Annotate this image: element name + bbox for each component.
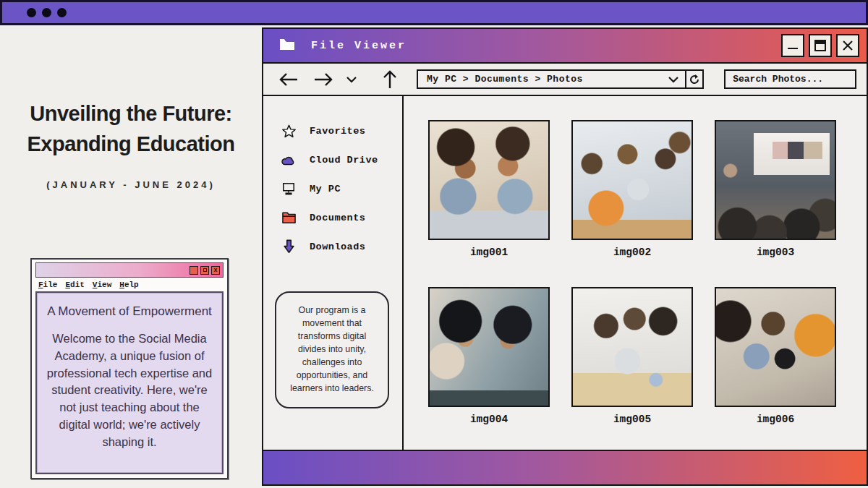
mini-window: x File Edit View Help A Movement of Empo… bbox=[30, 258, 229, 479]
file-grid: img001 img002 img003 img004 img005 img00… bbox=[404, 96, 867, 450]
maximize-icon[interactable] bbox=[809, 34, 832, 57]
photo-thumbnail[interactable] bbox=[715, 120, 836, 240]
page-title-line1: Unveiling the Future: bbox=[13, 98, 249, 129]
hero-section: Unveiling the Future: Expanding Educatio… bbox=[13, 98, 249, 190]
maximize-glyph bbox=[814, 40, 826, 51]
file-label: img001 bbox=[470, 247, 508, 258]
menu-item-view[interactable]: View bbox=[93, 281, 111, 289]
menu-item-file[interactable]: File bbox=[38, 281, 57, 289]
file-viewer-titlebar: File Viewer bbox=[263, 29, 867, 64]
address-bar[interactable]: My PC > Documents > Photos bbox=[417, 69, 686, 89]
minimize-icon[interactable] bbox=[190, 266, 198, 275]
sidebar-item-label: Documents bbox=[310, 213, 365, 223]
close-glyph: x bbox=[213, 267, 217, 273]
close-icon[interactable]: x bbox=[211, 266, 220, 275]
sidebar-item-my-pc[interactable]: My PC bbox=[281, 179, 402, 199]
file-tile-img001[interactable]: img001 bbox=[428, 120, 550, 258]
gradient-footer-bar bbox=[263, 450, 867, 484]
maximize-icon[interactable] bbox=[200, 266, 209, 275]
window-dot bbox=[57, 8, 67, 17]
page-title-line2: Expanding Education bbox=[13, 129, 249, 159]
file-label: img005 bbox=[613, 414, 651, 425]
window-title: File Viewer bbox=[311, 40, 407, 52]
file-viewer-body: Favorites Cloud Drive My PC Documents bbox=[263, 96, 867, 450]
mini-window-titlebar: x bbox=[35, 262, 224, 278]
photo-thumbnail[interactable] bbox=[428, 120, 550, 240]
page-subtitle: (JANUARY - JUNE 2024) bbox=[13, 179, 249, 190]
search-input[interactable] bbox=[726, 71, 855, 87]
file-tile-img003[interactable]: img003 bbox=[715, 120, 836, 258]
mini-window-menubar: File Edit View Help bbox=[35, 278, 224, 291]
close-icon[interactable] bbox=[836, 34, 859, 57]
file-label: img002 bbox=[613, 247, 651, 258]
photo-thumbnail[interactable] bbox=[428, 287, 550, 407]
minimize-icon[interactable] bbox=[781, 34, 804, 57]
minimize-glyph bbox=[788, 42, 798, 49]
file-viewer-window: File Viewer My PC > Documents > Photos bbox=[262, 27, 868, 486]
refresh-icon bbox=[689, 74, 700, 85]
download-icon bbox=[281, 239, 297, 254]
back-arrow-icon[interactable] bbox=[278, 72, 299, 87]
file-tile-img004[interactable]: img004 bbox=[428, 287, 550, 425]
photo-thumbnail[interactable] bbox=[715, 287, 836, 407]
star-icon bbox=[281, 124, 297, 139]
program-note: Our program is a movement that transform… bbox=[275, 291, 389, 408]
top-bar bbox=[0, 0, 868, 25]
sidebar: Favorites Cloud Drive My PC Documents bbox=[263, 96, 404, 450]
computer-icon bbox=[281, 182, 297, 196]
sidebar-item-documents[interactable]: Documents bbox=[281, 207, 402, 228]
sidebar-item-label: Cloud Drive bbox=[310, 155, 378, 166]
maximize-glyph bbox=[203, 268, 207, 272]
window-dot bbox=[42, 8, 51, 17]
sidebar-item-label: Downloads bbox=[310, 241, 365, 252]
forward-arrow-icon[interactable] bbox=[312, 72, 334, 87]
refresh-button[interactable] bbox=[685, 69, 704, 89]
empowerment-heading: A Movement of Empowerment bbox=[46, 304, 213, 319]
sidebar-item-label: My PC bbox=[310, 184, 341, 194]
search-box bbox=[724, 69, 856, 89]
sidebar-item-downloads[interactable]: Downloads bbox=[281, 236, 402, 257]
folder-icon bbox=[281, 211, 297, 224]
file-label: img006 bbox=[757, 414, 794, 425]
file-tile-img006[interactable]: img006 bbox=[715, 287, 836, 425]
window-dot bbox=[27, 8, 36, 17]
chevron-down-icon[interactable] bbox=[346, 76, 357, 83]
file-tile-img005[interactable]: img005 bbox=[571, 287, 693, 425]
mini-window-content: A Movement of Empowerment Welcome to the… bbox=[35, 291, 224, 474]
folder-icon bbox=[279, 38, 295, 53]
file-label: img003 bbox=[757, 247, 794, 258]
file-viewer-toolbar: My PC > Documents > Photos bbox=[263, 64, 867, 96]
menu-item-help[interactable]: Help bbox=[119, 281, 138, 289]
photo-thumbnail[interactable] bbox=[571, 120, 693, 240]
photo-thumbnail[interactable] bbox=[571, 287, 693, 407]
up-arrow-icon[interactable] bbox=[382, 69, 398, 90]
menu-item-edit[interactable]: Edit bbox=[65, 281, 84, 289]
chevron-down-icon[interactable] bbox=[668, 76, 685, 83]
breadcrumb: My PC > Documents > Photos bbox=[418, 74, 668, 85]
sidebar-item-cloud-drive[interactable]: Cloud Drive bbox=[281, 150, 402, 170]
sidebar-item-favorites[interactable]: Favorites bbox=[281, 121, 402, 141]
file-tile-img002[interactable]: img002 bbox=[571, 120, 693, 258]
empowerment-body: Welcome to the Social Media Academy, a u… bbox=[46, 330, 213, 450]
file-label: img004 bbox=[470, 414, 508, 425]
cloud-icon bbox=[281, 154, 297, 166]
window-controls bbox=[781, 34, 859, 57]
sidebar-item-label: Favorites bbox=[310, 126, 365, 137]
